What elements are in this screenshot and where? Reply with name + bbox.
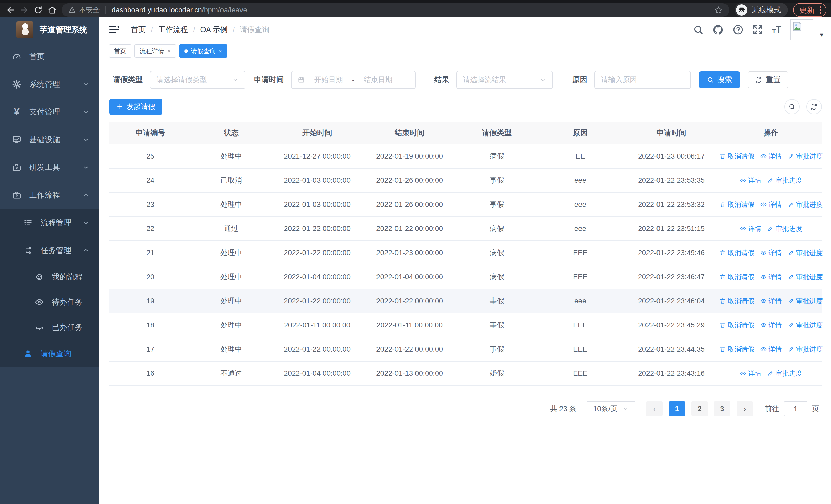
- sidebar-item-my-process[interactable]: 我的流程: [0, 264, 99, 290]
- sidebar-item-system[interactable]: 系统管理: [0, 70, 99, 98]
- detail-link[interactable]: 详情: [740, 176, 762, 185]
- url-bar[interactable]: 不安全 dashboard.yudao.iocoder.cn/bpm/oa/le…: [62, 3, 729, 17]
- sidebar-item-workflow[interactable]: 工作流程: [0, 181, 99, 209]
- avatar[interactable]: [790, 19, 813, 40]
- reload-button[interactable]: [31, 4, 45, 16]
- progress-link[interactable]: 审批进度: [767, 176, 802, 185]
- reason-input[interactable]: [595, 71, 690, 88]
- tag-process-detail[interactable]: 流程详情×: [135, 45, 176, 58]
- cancel-leave-link[interactable]: 取消请假: [719, 248, 754, 257]
- sidebar-item-payment[interactable]: ¥ 支付管理: [0, 98, 99, 126]
- sidebar-item-leave-query[interactable]: 请假查询: [0, 340, 99, 367]
- edit-icon: [767, 225, 774, 232]
- sidebar-toggle hamburger-icon[interactable]: [109, 25, 120, 34]
- chevron-down-icon: [82, 219, 90, 227]
- sidebar-item-dev-tools[interactable]: 研发工具: [0, 153, 99, 181]
- apply-time-range-picker[interactable]: 开始日期 - 结束日期: [291, 71, 416, 89]
- eye-icon: [740, 225, 746, 232]
- progress-link[interactable]: 审批进度: [787, 321, 823, 330]
- eye-icon: [34, 297, 45, 307]
- detail-link[interactable]: 详情: [740, 369, 762, 378]
- back-button[interactable]: [4, 4, 18, 16]
- avatar-dropdown-icon[interactable]: ▾: [820, 31, 823, 40]
- detail-link[interactable]: 详情: [760, 321, 782, 330]
- page-button-2[interactable]: 2: [691, 401, 708, 416]
- col-apply-id: 申请编号: [109, 122, 192, 144]
- detail-link[interactable]: 详情: [740, 224, 762, 233]
- progress-link[interactable]: 审批进度: [787, 152, 823, 161]
- detail-link[interactable]: 详情: [760, 200, 782, 209]
- home-button[interactable]: [45, 4, 59, 16]
- progress-link[interactable]: 审批进度: [787, 272, 823, 281]
- help-icon[interactable]: [733, 24, 744, 35]
- leave-type-select[interactable]: 请选择请假类型: [150, 71, 245, 89]
- create-leave-button[interactable]: 发起请假: [109, 98, 163, 115]
- toggle-search-button[interactable]: [784, 99, 800, 114]
- next-page-button chevron-right-icon[interactable]: ›: [737, 401, 753, 416]
- sidebar-item-home[interactable]: 首页: [0, 42, 99, 70]
- sidebar-item-task-mgmt[interactable]: 任务管理: [0, 237, 99, 264]
- progress-link[interactable]: 审批进度: [767, 224, 802, 233]
- tag-leave-query[interactable]: 请假查询×: [179, 45, 227, 58]
- sidebar-item-process-mgmt[interactable]: 流程管理: [0, 209, 99, 237]
- progress-link[interactable]: 审批进度: [787, 345, 823, 354]
- progress-link[interactable]: 审批进度: [787, 248, 823, 257]
- cancel-leave-link[interactable]: 取消请假: [719, 321, 754, 330]
- progress-link[interactable]: 审批进度: [787, 297, 823, 306]
- security-label[interactable]: 不安全: [79, 5, 100, 14]
- prev-page-button chevron-left-icon[interactable]: ‹: [646, 401, 663, 416]
- page-button-3[interactable]: 3: [714, 401, 730, 416]
- update-button[interactable]: 更新: [793, 3, 826, 17]
- breadcrumb-item[interactable]: 首页: [131, 25, 146, 35]
- incognito-badge[interactable]: 无痕模式: [735, 3, 788, 17]
- result-select[interactable]: 请选择流结果: [456, 71, 553, 89]
- edit-icon: [767, 370, 774, 377]
- cancel-leave-link[interactable]: 取消请假: [719, 345, 754, 354]
- detail-link[interactable]: 详情: [760, 345, 782, 354]
- detail-link[interactable]: 详情: [760, 272, 782, 281]
- browser-toolbar: 不安全 dashboard.yudao.iocoder.cn/bpm/oa/le…: [0, 0, 831, 17]
- table-toolbar: 发起请假: [109, 98, 822, 115]
- progress-link[interactable]: 审批进度: [767, 369, 802, 378]
- app-logo[interactable]: 芋道管理系统: [0, 17, 99, 42]
- bookmark-star-icon[interactable]: [714, 6, 723, 14]
- flow-branch-icon: [23, 246, 33, 255]
- trash-icon: [719, 298, 726, 304]
- top-navbar: 首页 / 工作流程 / OA 示例 / 请假查询 TT ▾: [99, 17, 831, 42]
- cancel-leave-link[interactable]: 取消请假: [719, 200, 754, 209]
- goto-page-input[interactable]: [784, 401, 807, 416]
- breadcrumb-item[interactable]: 工作流程: [158, 25, 188, 35]
- goto-label: 前往: [765, 404, 779, 414]
- chevron-down-icon: [82, 80, 90, 88]
- sidebar-item-infrastructure[interactable]: 基础设施: [0, 126, 99, 153]
- page-button-1[interactable]: 1: [669, 401, 685, 416]
- search-button[interactable]: 搜索: [699, 71, 740, 88]
- url-text[interactable]: dashboard.yudao.iocoder.cn/bpm/oa/leave: [112, 6, 247, 14]
- progress-link[interactable]: 审批进度: [787, 200, 823, 209]
- search-icon[interactable]: [693, 24, 704, 35]
- breadcrumb-item[interactable]: OA 示例: [200, 25, 227, 35]
- sidebar-item-done-tasks[interactable]: 已办任务: [0, 315, 99, 340]
- fullscreen-icon[interactable]: [752, 24, 763, 35]
- font-size-icon[interactable]: TT: [772, 25, 781, 34]
- detail-link[interactable]: 详情: [760, 248, 782, 257]
- forward-button[interactable]: [18, 4, 31, 16]
- page-size-select[interactable]: 10条/页: [587, 401, 635, 416]
- reason-label: 原因: [572, 75, 587, 85]
- detail-link[interactable]: 详情: [760, 152, 782, 161]
- cancel-leave-link[interactable]: 取消请假: [719, 297, 754, 306]
- table-row: 19处理中2022-01-22 00:00:002022-01-22 00:00…: [109, 289, 822, 313]
- cancel-leave-link[interactable]: 取消请假: [719, 272, 754, 281]
- cancel-leave-link[interactable]: 取消请假: [719, 152, 754, 161]
- tag-home[interactable]: 首页: [109, 45, 132, 58]
- sidebar-item-todo-tasks[interactable]: 待办任务: [0, 290, 99, 315]
- close-icon[interactable]: ×: [219, 48, 222, 54]
- eye-icon: [760, 273, 767, 280]
- close-icon[interactable]: ×: [167, 48, 171, 54]
- browser-menu-icon[interactable]: [820, 6, 821, 13]
- chevron-up-icon: [82, 247, 90, 254]
- reset-button[interactable]: 重置: [748, 71, 789, 88]
- github-icon[interactable]: [712, 24, 724, 35]
- detail-link[interactable]: 详情: [760, 297, 782, 306]
- refresh-table-button[interactable]: [806, 99, 822, 114]
